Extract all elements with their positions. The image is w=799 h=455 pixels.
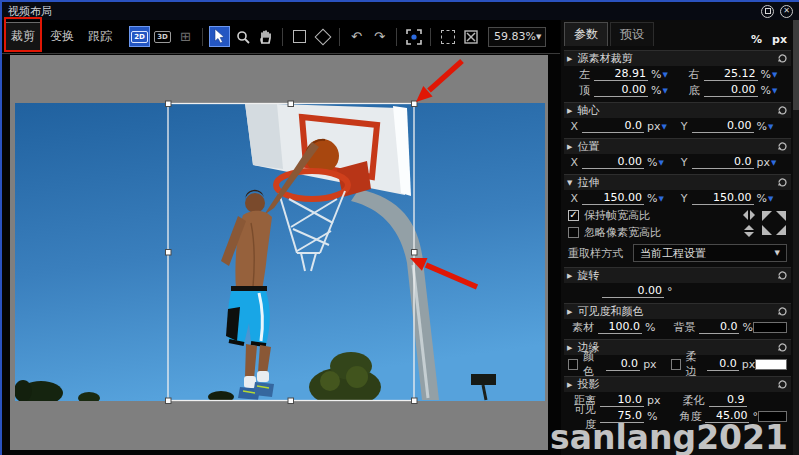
reset-icon[interactable] — [777, 177, 788, 188]
spinner-icon[interactable]: ▼ — [662, 123, 667, 131]
reset-icon[interactable] — [777, 306, 788, 317]
section-position[interactable]: ▶ 位置 — [564, 138, 791, 154]
tab-crop[interactable]: 裁剪 — [4, 22, 42, 51]
redo-icon[interactable]: ↷ — [369, 26, 390, 47]
spinner-icon[interactable]: ▼ — [662, 71, 667, 79]
spinner-icon[interactable]: ▼ — [658, 195, 663, 203]
shadow-soften-input[interactable]: 0.9 — [709, 394, 747, 407]
tab-parameters[interactable]: 参数 — [564, 22, 608, 46]
fit-screen-icon[interactable] — [761, 210, 787, 236]
resample-dropdown[interactable]: 当前工程设置 ▼ — [633, 244, 787, 262]
actual-size-icon[interactable] — [460, 26, 481, 47]
basketball-photo — [15, 103, 545, 401]
stretch-y-label: Y — [678, 192, 688, 205]
spinner-icon[interactable]: ▼ — [771, 159, 776, 167]
stretch-x-input[interactable]: 150.00 — [582, 192, 644, 205]
pivot-y-input[interactable]: 0.00 — [692, 120, 754, 133]
resample-label: 重取样方式 — [568, 246, 623, 261]
shadow-distance-input[interactable]: 10.0 — [600, 394, 644, 407]
preview-canvas[interactable] — [10, 55, 548, 450]
crop-top-input[interactable]: 0.00 — [594, 84, 648, 97]
section-pivot[interactable]: ▶ 轴心 — [564, 102, 791, 118]
view-2d-icon[interactable]: 2D — [129, 26, 150, 47]
ignore-pixel-aspect-label: 忽略像素宽高比 — [584, 225, 661, 240]
fit-frame-icon[interactable] — [437, 26, 458, 47]
zoom-tool-icon[interactable] — [232, 26, 253, 47]
select-tool-icon[interactable] — [209, 26, 230, 47]
spinner-icon[interactable]: ▼ — [658, 159, 663, 167]
crop-bottom-input[interactable]: 0.00 — [704, 84, 758, 97]
section-rotation[interactable]: ▶ 旋转 — [564, 267, 791, 283]
annotation-arrow-top-right — [416, 61, 462, 102]
reset-icon[interactable] — [777, 53, 788, 64]
reset-icon[interactable] — [777, 270, 788, 281]
rect-mask-icon[interactable] — [289, 26, 310, 47]
edge-soft-checkbox[interactable] — [671, 359, 681, 370]
keep-aspect-label: 保持帧宽高比 — [584, 208, 650, 223]
expand-arrow-icon: ▶ — [567, 55, 572, 63]
unit-percent-button[interactable]: % — [751, 33, 762, 46]
expand-arrow-icon: ▶ — [567, 107, 572, 115]
pivot-x-label: X — [568, 120, 578, 133]
reset-icon[interactable] — [777, 379, 788, 390]
background-color-swatch[interactable] — [753, 322, 787, 333]
crop-right-input[interactable]: 25.12 — [704, 68, 758, 81]
close-icon: ✕ — [783, 7, 790, 15]
video-layout-window: 视频布局 ✕ 裁剪 变换 跟踪 2D 3D ⊞ ↶ ↷ — [0, 0, 799, 455]
maximize-button[interactable] — [761, 5, 774, 18]
fit-width-icon[interactable] — [743, 209, 755, 221]
spinner-icon[interactable]: ▼ — [768, 195, 773, 203]
fit-height-icon[interactable] — [743, 225, 755, 237]
spinner-icon[interactable]: ▼ — [768, 123, 773, 131]
zoom-level-dropdown[interactable]: 59.83% ▼ — [488, 27, 546, 47]
position-x-input[interactable]: 0.00 — [582, 156, 644, 169]
background-opacity-input[interactable]: 0.0 — [699, 321, 739, 334]
pan-hand-icon[interactable] — [255, 26, 276, 47]
scrollbar-thumb[interactable] — [793, 20, 799, 110]
background-opacity-label: 背景 — [669, 320, 695, 335]
keep-aspect-checkbox[interactable]: ✓ — [568, 210, 579, 221]
edge-color-checkbox[interactable] — [568, 359, 578, 370]
section-shadow[interactable]: ▶ 投影 — [564, 376, 791, 392]
pivot-y-label: Y — [678, 120, 688, 133]
edge-soft-input[interactable]: 0.0 — [707, 358, 739, 371]
spinner-icon[interactable]: ▼ — [662, 87, 667, 95]
grid-icon[interactable]: ⊞ — [175, 26, 196, 47]
maximize-icon — [765, 8, 771, 14]
tab-transform[interactable]: 变换 — [44, 23, 80, 50]
material-opacity-input[interactable]: 100.0 — [598, 321, 642, 334]
diamond-mask-icon[interactable] — [312, 26, 333, 47]
view-3d-icon[interactable]: 3D — [152, 26, 173, 47]
reset-icon[interactable] — [777, 141, 788, 152]
titlebar: 视频布局 ✕ — [2, 0, 799, 20]
rotation-input[interactable]: 0.00 — [602, 285, 664, 298]
section-source-crop[interactable]: ▶ 源素材裁剪 — [564, 50, 791, 66]
edge-color-label: 颜色 — [583, 349, 602, 379]
unit-pixel-button[interactable]: px — [772, 33, 787, 46]
section-stretch[interactable]: ▼ 拉伸 — [564, 174, 791, 190]
parameter-panel: 参数 预设 % px ▶ 源素材裁剪 左28.91%▼ 右25.12%▼ 顶0.… — [561, 20, 794, 455]
expand-arrow-icon: ▶ — [567, 308, 572, 316]
edge-color-input[interactable]: 0.0 — [606, 358, 640, 371]
close-button[interactable]: ✕ — [780, 5, 793, 18]
tab-track[interactable]: 跟踪 — [82, 23, 118, 50]
material-opacity-label: 素材 — [568, 320, 594, 335]
crop-left-input[interactable]: 28.91 — [594, 68, 648, 81]
reset-icon[interactable] — [777, 342, 788, 353]
reset-icon[interactable] — [777, 105, 788, 116]
position-y-input[interactable]: 0.0 — [692, 156, 754, 169]
crop-top-label: 顶 — [568, 83, 590, 98]
spinner-icon[interactable]: ▼ — [772, 87, 777, 95]
window-title: 视频布局 — [8, 4, 52, 19]
undo-icon[interactable]: ↶ — [346, 26, 367, 47]
tab-presets[interactable]: 预设 — [610, 22, 654, 46]
section-visibility-color[interactable]: ▶ 可见度和颜色 — [564, 303, 791, 319]
stretch-y-input[interactable]: 150.00 — [692, 192, 754, 205]
pivot-x-input[interactable]: 0.0 — [582, 120, 644, 133]
panel-scrollbar[interactable] — [793, 20, 799, 455]
spinner-icon[interactable]: ▼ — [772, 71, 777, 79]
edge-color-swatch[interactable] — [755, 359, 787, 370]
ignore-pixel-aspect-checkbox[interactable] — [568, 227, 579, 238]
focus-selection-icon[interactable] — [403, 26, 424, 47]
watermark: sanlang2021 — [550, 418, 788, 455]
